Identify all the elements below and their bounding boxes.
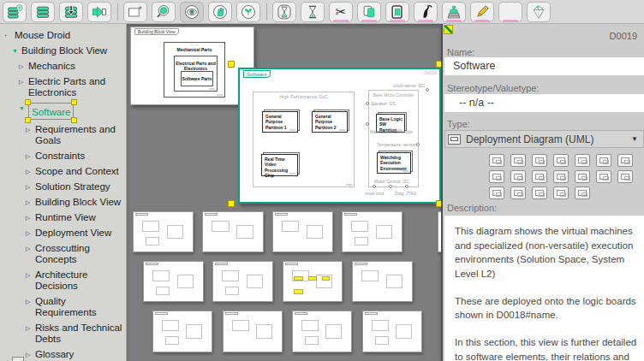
port-temperature[interactable] bbox=[416, 143, 420, 146]
high-performance-soc-node[interactable]: High Performance SoC General Purpose Par… bbox=[253, 92, 355, 187]
diagram-type-icon[interactable] bbox=[617, 154, 633, 167]
collapsed-toggle-icon[interactable]: ▷ bbox=[26, 269, 35, 281]
diagram-thumbnail[interactable] bbox=[292, 311, 352, 352]
diagram-type-icon[interactable] bbox=[510, 170, 526, 183]
building-block-view-page[interactable]: Building Block View «…» Mechanical Parts… bbox=[130, 27, 254, 105]
diagram-thumbnail[interactable] bbox=[342, 211, 402, 252]
new-frame-button[interactable] bbox=[123, 2, 147, 22]
diagram-type-icon[interactable] bbox=[489, 154, 504, 167]
gem-button[interactable] bbox=[527, 2, 551, 22]
port-motor[interactable] bbox=[373, 185, 376, 188]
port-diag[interactable] bbox=[405, 185, 408, 188]
collapsed-toggle-icon[interactable]: ▷ bbox=[26, 181, 35, 192]
collapsed-toggle-icon[interactable]: ▷ bbox=[26, 124, 35, 135]
tree-item-software[interactable]: ▼ Software bbox=[2, 103, 124, 120]
tree-item-requirements-and-goals[interactable]: ▷ Requirements and Goals bbox=[2, 124, 124, 146]
collapsed-toggle-icon[interactable]: ▷ bbox=[26, 296, 35, 307]
diagram-thumbnail[interactable] bbox=[272, 211, 333, 252]
diagram-thumbnail[interactable] bbox=[212, 261, 273, 302]
tree-item-runtime-view[interactable]: ▷ Runtime View bbox=[2, 212, 124, 223]
tree-item-crosscutting-concepts[interactable]: ▷ Crosscutting Concepts bbox=[2, 243, 124, 265]
diagram-type-icon[interactable] bbox=[575, 186, 590, 199]
port-speaker[interactable] bbox=[366, 102, 369, 105]
tree-item-building-block-view[interactable]: ▼ Building Block View bbox=[2, 45, 124, 56]
software-parts-box[interactable]: «…» Software Parts bbox=[181, 71, 213, 86]
collapsed-toggle-icon[interactable]: ▷ bbox=[26, 243, 35, 254]
diagram-type-icon[interactable] bbox=[553, 154, 569, 167]
diagram-type-icon[interactable] bbox=[532, 186, 547, 199]
name-input[interactable] bbox=[444, 57, 644, 75]
export-button[interactable] bbox=[87, 2, 111, 22]
collapsed-toggle-icon[interactable]: ▷ bbox=[19, 61, 28, 72]
chip-gp-partition-2[interactable]: General Purpose Partition 2 bbox=[312, 111, 348, 133]
delete-button[interactable] bbox=[414, 2, 438, 22]
tree-item-risks-and-technical-debts[interactable]: ▷ Risks and Technical Debts bbox=[2, 323, 124, 345]
diagram-type-icon[interactable] bbox=[553, 170, 569, 183]
page-tab[interactable]: Building Block View bbox=[134, 28, 179, 35]
collapsed-toggle-icon[interactable]: ▷ bbox=[26, 349, 35, 360]
diagram-thumbnail[interactable] bbox=[283, 261, 343, 302]
diagram-type-icon[interactable] bbox=[596, 154, 611, 167]
diagram-type-icon[interactable] bbox=[596, 170, 611, 183]
port-clock[interactable] bbox=[426, 88, 429, 92]
edit-button[interactable] bbox=[470, 2, 494, 22]
diagram-thumbnail[interactable] bbox=[223, 311, 283, 352]
paste-button[interactable] bbox=[385, 2, 409, 22]
cut-button[interactable]: ✂ bbox=[329, 2, 353, 22]
port-reset[interactable] bbox=[389, 185, 392, 188]
collapsed-toggle-icon[interactable]: ▷ bbox=[26, 151, 35, 162]
page-tab[interactable]: Software bbox=[243, 70, 271, 78]
collapsed-toggle-icon[interactable]: ▷ bbox=[26, 197, 35, 208]
selection-handle[interactable] bbox=[71, 117, 77, 123]
diagram-type-icon[interactable] bbox=[553, 186, 569, 199]
collapsed-toggle-icon[interactable]: ▷ bbox=[26, 228, 35, 239]
chip-rt-video-processing[interactable]: Real Time Video Processing Chip bbox=[261, 154, 298, 176]
electrical-parts-box[interactable]: «…» Electrical Parts and Electronics «…»… bbox=[174, 56, 218, 92]
tree-item-deployment-view[interactable]: ▷ Deployment View bbox=[2, 228, 124, 239]
tree-item-scope-and-context[interactable]: ▷ Scope and Context bbox=[2, 166, 124, 177]
hourglass-button[interactable] bbox=[301, 2, 325, 22]
diagram-thumbnail[interactable] bbox=[152, 311, 212, 352]
tree-item-building-block-view-2[interactable]: ▷ Building Block View bbox=[2, 197, 124, 208]
database-save-button[interactable] bbox=[59, 2, 83, 22]
database-button[interactable] bbox=[31, 2, 55, 22]
selection-handle[interactable] bbox=[25, 99, 31, 105]
diagram-type-icon[interactable] bbox=[510, 154, 526, 167]
collapsed-toggle-icon[interactable]: ▷ bbox=[26, 212, 35, 223]
edit-handle-icon[interactable] bbox=[444, 25, 453, 34]
port-main-connector[interactable] bbox=[366, 122, 369, 126]
diagram-type-icon[interactable] bbox=[617, 170, 633, 183]
diagram-type-icon[interactable] bbox=[489, 170, 504, 183]
tree-item-mouse-droid[interactable]: ▪ Mouse Droid bbox=[2, 30, 124, 41]
tree-item-electric-parts[interactable]: ▷ Electric Parts and Electronics bbox=[2, 76, 124, 98]
chip-gp-partition-1[interactable]: General Purpose Partition 1 bbox=[262, 111, 298, 133]
tree-item-constraints[interactable]: ▷ Constraints bbox=[2, 151, 124, 162]
diagram-type-icon[interactable] bbox=[575, 154, 590, 167]
diagram-thumbnail[interactable] bbox=[202, 211, 264, 252]
tree-item-solution-strategy[interactable]: ▷ Solution Strategy bbox=[2, 181, 124, 192]
tree-item-mechanics[interactable]: ▷ Mechanics bbox=[2, 61, 124, 72]
selection-handle[interactable] bbox=[71, 99, 77, 105]
copy-button[interactable] bbox=[357, 2, 381, 22]
view-button[interactable] bbox=[180, 2, 204, 22]
diagram-type-icon[interactable] bbox=[510, 186, 526, 199]
stereotype-field[interactable]: -- n/a -- bbox=[444, 94, 644, 112]
diagram-thumbnail[interactable] bbox=[362, 311, 422, 352]
diagram-thumbnail[interactable] bbox=[143, 261, 204, 302]
diagram-type-icon[interactable] bbox=[489, 186, 504, 199]
description-field[interactable]: This diagram shows the virtual machines … bbox=[444, 216, 644, 361]
zoom-button[interactable] bbox=[152, 2, 176, 22]
pan-button[interactable] bbox=[208, 2, 232, 22]
diagram-thumbnail[interactable] bbox=[352, 261, 413, 302]
collapsed-toggle-icon[interactable]: ▷ bbox=[19, 76, 28, 87]
selection-handle[interactable] bbox=[25, 117, 31, 123]
diagram-canvas[interactable]: Building Block View «…» Mechanical Parts… bbox=[127, 24, 441, 361]
diagram-selection-handle[interactable] bbox=[228, 200, 235, 207]
expanded-toggle-icon[interactable]: ▼ bbox=[12, 45, 21, 56]
mechanical-parts-box[interactable]: «…» Mechanical Parts «…» Electrical Part… bbox=[164, 42, 225, 98]
collapsed-toggle-icon[interactable]: ▷ bbox=[26, 323, 35, 334]
stamp-button[interactable] bbox=[442, 2, 466, 22]
seedling-button[interactable] bbox=[236, 2, 260, 22]
type-dropdown[interactable]: Deployment Diagram (UML) ▼ bbox=[444, 130, 644, 148]
hourglass-framed-button[interactable] bbox=[272, 2, 296, 22]
